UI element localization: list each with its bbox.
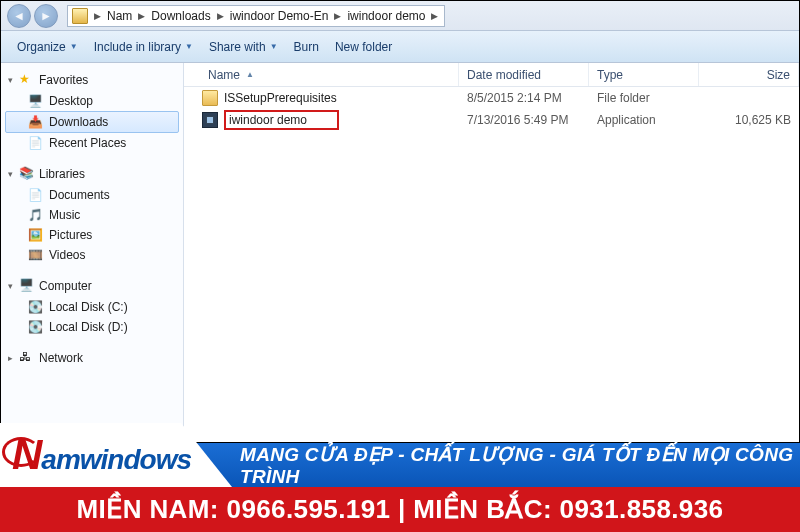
sidebar-item-disk-d[interactable]: 💽Local Disk (D:)	[5, 317, 179, 337]
organize-menu[interactable]: Organize▼	[9, 36, 86, 58]
sidebar-item-label: Downloads	[49, 115, 108, 129]
explorer-window: ◄ ► ▶ Nam ▶ Downloads ▶ iwindoor Demo-En…	[0, 0, 800, 443]
breadcrumb-demo-en[interactable]: iwindoor Demo-En	[226, 6, 333, 26]
include-in-library-menu[interactable]: Include in library▼	[86, 36, 201, 58]
sidebar-item-label: Videos	[49, 248, 85, 262]
favorites-label: Favorites	[39, 73, 88, 87]
computer-icon: 🖥️	[19, 278, 35, 294]
file-rows: ISSetupPrerequisites8/5/2015 2:14 PMFile…	[184, 87, 799, 442]
computer-label: Computer	[39, 279, 92, 293]
sidebar-item-downloads[interactable]: 📥Downloads	[5, 111, 179, 133]
logo-swirl-icon	[2, 437, 40, 467]
column-header-name[interactable]: Name▲	[184, 63, 459, 86]
sidebar-item-label: Recent Places	[49, 136, 126, 150]
file-name: ISSetupPrerequisites	[224, 91, 337, 105]
burn-button[interactable]: Burn	[286, 36, 327, 58]
sidebar-item-label: Local Disk (D:)	[49, 320, 128, 334]
sidebar-item-disk-c[interactable]: 💽Local Disk (C:)	[5, 297, 179, 317]
sidebar-item-label: Local Disk (C:)	[49, 300, 128, 314]
pictures-icon: 🖼️	[27, 227, 43, 243]
column-headers: Name▲ Date modified Type Size	[184, 63, 799, 87]
sidebar-item-videos[interactable]: 🎞️Videos	[5, 245, 179, 265]
column-header-type[interactable]: Type	[589, 63, 699, 86]
logo-n: N	[12, 431, 41, 479]
nav-forward-button[interactable]: ►	[34, 4, 58, 28]
sort-asc-icon: ▲	[246, 70, 254, 79]
chevron-right-icon: ▶	[332, 11, 343, 21]
chevron-right-icon: ▶	[429, 11, 440, 21]
ad-banner: N amwindows MANG CỬA ĐẸP - CHẤT LƯỢNG - …	[0, 443, 800, 532]
share-with-menu[interactable]: Share with▼	[201, 36, 286, 58]
banner-phones: MIỀN NAM: 0966.595.191 | MIỀN BẮC: 0931.…	[0, 487, 800, 532]
sidebar-item-desktop[interactable]: 🖥️Desktop	[5, 91, 179, 111]
breadcrumb-downloads[interactable]: Downloads	[147, 6, 214, 26]
table-row[interactable]: ISSetupPrerequisites8/5/2015 2:14 PMFile…	[184, 87, 799, 109]
chevron-right-icon: ▶	[92, 11, 103, 21]
favorites-group[interactable]: ▾ ★ Favorites	[5, 69, 179, 91]
chevron-right-icon: ▶	[136, 11, 147, 21]
logo-rest: amwindows	[41, 444, 191, 476]
network-icon: 🖧	[19, 350, 35, 366]
new-folder-button[interactable]: New folder	[327, 36, 400, 58]
chevron-down-icon: ▼	[70, 42, 78, 51]
star-icon: ★	[19, 72, 35, 88]
explorer-body: ▾ ★ Favorites 🖥️Desktop 📥Downloads 📄Rece…	[1, 63, 799, 442]
expand-icon[interactable]: ▸	[5, 353, 15, 363]
sidebar-item-label: Desktop	[49, 94, 93, 108]
nav-back-button[interactable]: ◄	[7, 4, 31, 28]
file-size: 10,625 KB	[699, 113, 799, 127]
breadcrumb-demo[interactable]: iwindoor demo	[343, 6, 429, 26]
sidebar-item-music[interactable]: 🎵Music	[5, 205, 179, 225]
sidebar-item-recent-places[interactable]: 📄Recent Places	[5, 133, 179, 153]
chevron-down-icon: ▼	[270, 42, 278, 51]
libraries-label: Libraries	[39, 167, 85, 181]
banner-slogan: MANG CỬA ĐẸP - CHẤT LƯỢNG - GIÁ TỐT ĐẾN …	[240, 443, 800, 488]
videos-icon: 🎞️	[27, 247, 43, 263]
navigation-pane[interactable]: ▾ ★ Favorites 🖥️Desktop 📥Downloads 📄Rece…	[1, 63, 184, 442]
breadcrumb-root[interactable]: Nam	[103, 6, 136, 26]
address-bar: ◄ ► ▶ Nam ▶ Downloads ▶ iwindoor Demo-En…	[1, 1, 799, 31]
network-label: Network	[39, 351, 83, 365]
network-group[interactable]: ▸ 🖧 Network	[5, 347, 179, 369]
banner-blue-strip: N amwindows MANG CỬA ĐẸP - CHẤT LƯỢNG - …	[0, 443, 800, 487]
breadcrumb[interactable]: ▶ Nam ▶ Downloads ▶ iwindoor Demo-En ▶ i…	[67, 5, 445, 27]
command-bar: Organize▼ Include in library▼ Share with…	[1, 31, 799, 63]
documents-icon: 📄	[27, 187, 43, 203]
computer-group[interactable]: ▾ 🖥️ Computer	[5, 275, 179, 297]
sidebar-item-label: Documents	[49, 188, 110, 202]
file-list: Name▲ Date modified Type Size ISSetupPre…	[184, 63, 799, 442]
table-row[interactable]: iwindoor demo7/13/2016 5:49 PMApplicatio…	[184, 109, 799, 131]
file-date: 7/13/2016 5:49 PM	[459, 113, 589, 127]
sidebar-item-label: Pictures	[49, 228, 92, 242]
collapse-icon[interactable]: ▾	[5, 169, 15, 179]
libraries-group[interactable]: ▾ 📚 Libraries	[5, 163, 179, 185]
music-icon: 🎵	[27, 207, 43, 223]
file-date: 8/5/2015 2:14 PM	[459, 91, 589, 105]
column-header-size[interactable]: Size	[699, 63, 799, 86]
sidebar-item-documents[interactable]: 📄Documents	[5, 185, 179, 205]
chevron-right-icon: ▶	[215, 11, 226, 21]
chevron-down-icon: ▼	[185, 42, 193, 51]
file-type: File folder	[589, 91, 699, 105]
sidebar-item-pictures[interactable]: 🖼️Pictures	[5, 225, 179, 245]
recent-icon: 📄	[27, 135, 43, 151]
column-header-date[interactable]: Date modified	[459, 63, 589, 86]
collapse-icon[interactable]: ▾	[5, 75, 15, 85]
file-type: Application	[589, 113, 699, 127]
folder-icon	[202, 90, 218, 106]
folder-icon	[72, 8, 88, 24]
application-icon	[202, 112, 218, 128]
file-name: iwindoor demo	[229, 113, 307, 127]
sidebar-item-label: Music	[49, 208, 80, 222]
collapse-icon[interactable]: ▾	[5, 281, 15, 291]
downloads-icon: 📥	[27, 114, 43, 130]
drive-icon: 💽	[27, 319, 43, 335]
drive-icon: 💽	[27, 299, 43, 315]
libraries-icon: 📚	[19, 166, 35, 182]
desktop-icon: 🖥️	[27, 93, 43, 109]
